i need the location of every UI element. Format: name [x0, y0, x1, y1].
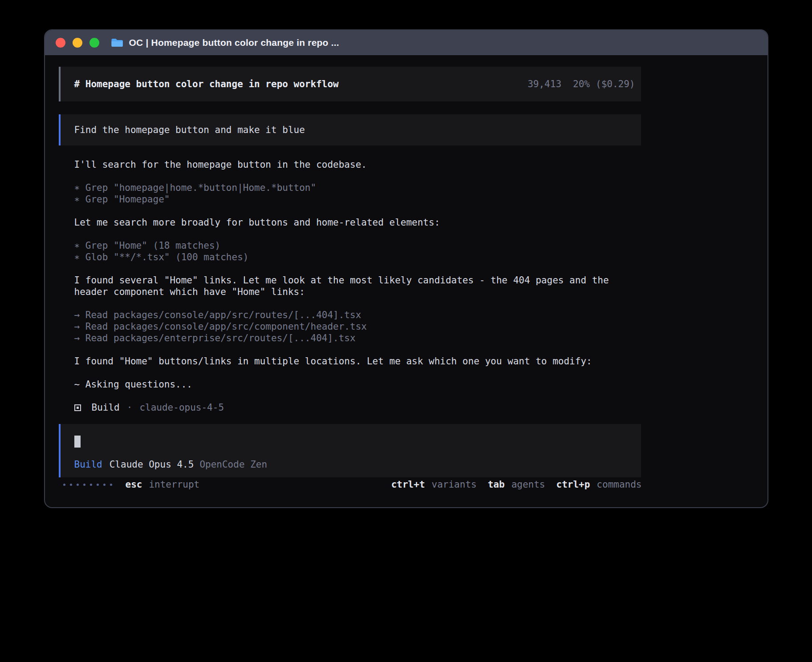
input-mode-label: Build — [74, 459, 102, 470]
user-message-text: Find the homepage button and make it blu… — [74, 124, 305, 136]
session-title: # Homepage button color change in repo w… — [74, 78, 339, 90]
input-meta: Build Claude Opus 4.5 OpenCode Zen — [74, 459, 627, 470]
transcript-line: I found several "Home" links. Let me loo… — [74, 274, 641, 286]
transcript-line: I found "Home" buttons/links in multiple… — [74, 355, 641, 367]
spinner-dot — [63, 484, 65, 486]
agent-model: claude-opus-4-5 — [139, 402, 224, 413]
statusbar-left: esc interrupt — [63, 479, 200, 490]
shortcut-label: variants — [432, 479, 477, 490]
session-header: # Homepage button color change in repo w… — [59, 67, 641, 101]
transcript-line: → Read packages/console/app/src/componen… — [74, 321, 641, 332]
shortcut-hint: ctrl+tvariants — [391, 479, 477, 490]
spinner-dot — [83, 484, 85, 486]
transcript-line: ~ Asking questions... — [74, 379, 641, 390]
spinner-dot — [90, 484, 92, 486]
spinner-dot — [97, 484, 99, 486]
transcript-line: I'll search for the homepage button in t… — [74, 159, 641, 170]
transcript-line: → Read packages/enterprise/src/routes/[.… — [74, 332, 641, 344]
shortcut-label: agents — [512, 479, 545, 490]
prompt-input[interactable]: Build Claude Opus 4.5 OpenCode Zen — [59, 424, 641, 477]
transcript-line: → Read packages/console/app/src/routes/[… — [74, 309, 641, 321]
shortcut-key: ctrl+p — [556, 479, 590, 490]
statusbar: esc interrupt ctrl+tvariantstabagentsctr… — [63, 479, 642, 507]
close-button[interactable] — [56, 38, 65, 48]
shortcut-hint: tabagents — [488, 479, 545, 490]
context-percent: 20% — [573, 78, 590, 90]
minimize-button[interactable] — [73, 38, 82, 48]
input-provider-label: OpenCode Zen — [199, 459, 267, 470]
terminal-window: OC | Homepage button color change in rep… — [44, 29, 768, 508]
shortcut-label: commands — [597, 479, 641, 490]
spinner-dot — [70, 484, 72, 486]
folder-icon — [111, 38, 123, 48]
transcript-line: ∗ Glob "**/*.tsx" (100 matches) — [74, 251, 641, 263]
transcript: I'll search for the homepage button in t… — [74, 159, 641, 390]
window-title: OC | Homepage button color change in rep… — [129, 37, 339, 48]
shortcut-key: ctrl+t — [391, 479, 425, 490]
transcript-line: ∗ Grep "Home" (18 matches) — [74, 240, 641, 251]
transcript-line: Let me search more broadly for buttons a… — [74, 217, 641, 228]
session-stats: 39,413 20% ($0.29) — [528, 78, 635, 90]
text-cursor — [74, 436, 81, 448]
input-model-label: Claude Opus 4.5 — [110, 459, 194, 470]
statusbar-shortcuts: ctrl+tvariantstabagentsctrl+pcommands — [391, 479, 642, 490]
esc-key-label: interrupt — [149, 479, 199, 490]
transcript-line: ∗ Grep "Homepage" — [74, 194, 641, 205]
spinner-dot — [110, 484, 112, 486]
transcript-line: ∗ Grep "homepage|home.*button|Home.*butt… — [74, 182, 641, 194]
user-message: Find the homepage button and make it blu… — [59, 114, 641, 145]
agent-separator: · — [127, 402, 133, 413]
esc-key-hint: esc — [126, 479, 142, 490]
token-count: 39,413 — [528, 78, 561, 90]
terminal-content: # Homepage button color change in repo w… — [45, 55, 767, 507]
spinner-dots — [63, 484, 112, 486]
build-agent-icon — [74, 404, 81, 411]
zoom-button[interactable] — [89, 38, 99, 48]
window-titlebar[interactable]: OC | Homepage button color change in rep… — [45, 30, 767, 55]
shortcut-key: tab — [488, 479, 505, 490]
agent-status: Build · claude-opus-4-5 — [74, 402, 767, 413]
session-cost: ($0.29) — [596, 78, 635, 90]
spinner-dot — [103, 484, 106, 486]
transcript-line: header component which have "Home" links… — [74, 286, 641, 298]
shortcut-hint: ctrl+pcommands — [556, 479, 641, 490]
spinner-dot — [77, 484, 79, 486]
traffic-lights — [56, 38, 99, 48]
agent-name: Build — [92, 402, 120, 413]
